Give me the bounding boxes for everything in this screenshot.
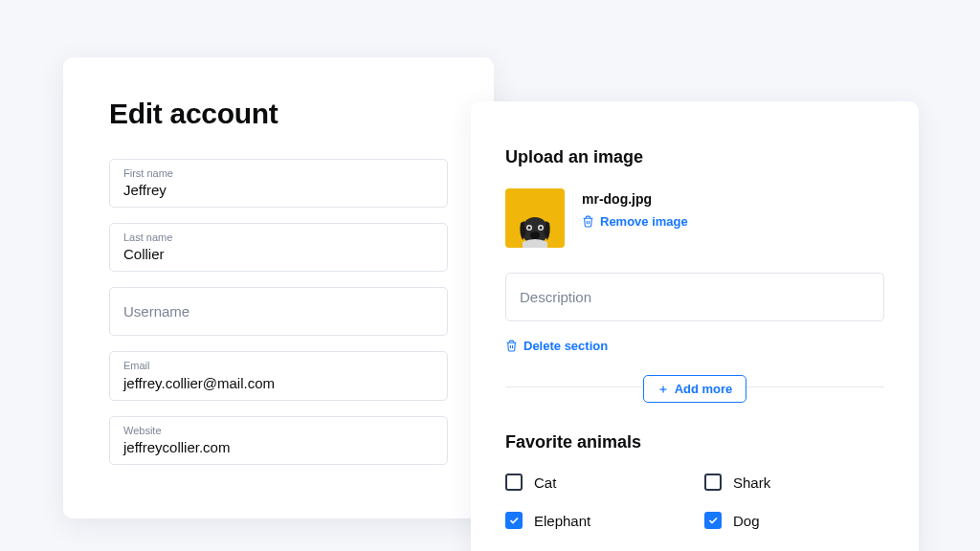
email-field[interactable]: Email jeffrey.collier@mail.com	[109, 351, 448, 400]
first-name-field[interactable]: First name Jeffrey	[109, 159, 448, 208]
checkbox-cat: Cat	[505, 474, 685, 491]
trash-icon	[505, 340, 518, 352]
checkbox-label: Cat	[534, 474, 556, 491]
trash-icon	[582, 215, 594, 228]
username-placeholder: Username	[123, 303, 434, 320]
file-name: mr-dog.jpg	[582, 191, 688, 207]
upload-row: mr-dog.jpg Remove image	[505, 188, 884, 248]
description-placeholder: Description	[520, 289, 870, 305]
email-label: Email	[123, 360, 434, 372]
checkbox-box[interactable]	[505, 474, 523, 491]
username-field[interactable]: Username	[109, 287, 448, 336]
checkbox-box[interactable]	[505, 512, 523, 529]
checkbox-box[interactable]	[704, 512, 722, 529]
page-title: Edit account	[109, 98, 448, 130]
first-name-value: Jeffrey	[123, 182, 434, 198]
checkbox-shark: Shark	[704, 474, 884, 491]
add-more-row: Add more	[505, 375, 884, 398]
favorites-title: Favorite animals	[505, 432, 884, 452]
email-value: jeffrey.collier@mail.com	[123, 375, 434, 391]
checkbox-elephant: Elephant	[505, 512, 685, 529]
first-name-label: First name	[123, 167, 434, 180]
website-label: Website	[123, 425, 434, 437]
file-meta: mr-dog.jpg Remove image	[582, 188, 688, 231]
remove-image-label: Remove image	[600, 214, 688, 229]
last-name-value: Collier	[123, 246, 434, 262]
delete-section-button[interactable]: Delete section	[505, 339, 608, 353]
upload-card: Upload an image mr-dog.jpg Remove im	[471, 101, 919, 551]
checkbox-label: Elephant	[534, 513, 590, 529]
checkbox-label: Shark	[733, 474, 770, 491]
add-more-label: Add more	[675, 382, 733, 396]
dog-image-icon	[513, 204, 557, 248]
check-icon	[508, 515, 520, 526]
favorites-list: Cat Shark Elephant Dog	[505, 474, 884, 529]
edit-account-card: Edit account First name Jeffrey Last nam…	[63, 57, 494, 518]
website-value: jeffreycollier.com	[123, 439, 434, 455]
website-field[interactable]: Website jeffreycollier.com	[109, 416, 448, 465]
delete-section-label: Delete section	[523, 339, 608, 353]
last-name-label: Last name	[123, 231, 434, 244]
svg-point-5	[530, 231, 540, 239]
plus-icon	[657, 384, 669, 395]
checkbox-box[interactable]	[704, 474, 722, 491]
upload-title: Upload an image	[505, 147, 884, 167]
description-field[interactable]: Description	[505, 273, 884, 321]
checkbox-dog: Dog	[704, 512, 884, 529]
image-thumbnail[interactable]	[505, 188, 565, 248]
checkbox-label: Dog	[733, 513, 760, 529]
svg-point-3	[528, 227, 531, 230]
add-more-button[interactable]: Add more	[643, 375, 747, 403]
svg-point-4	[540, 227, 543, 230]
check-icon	[707, 515, 719, 526]
last-name-field[interactable]: Last name Collier	[109, 223, 448, 272]
remove-image-button[interactable]: Remove image	[582, 214, 688, 229]
